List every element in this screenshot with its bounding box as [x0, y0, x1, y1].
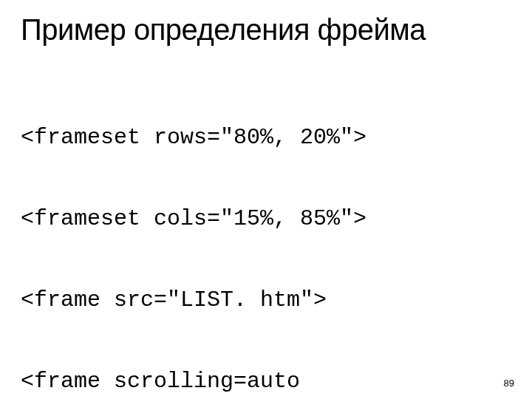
slide: Пример определения фрейма <frameset rows… [0, 0, 532, 399]
code-example: <frameset rows="80%, 20%"> <frameset col… [21, 70, 511, 399]
slide-title: Пример определения фрейма [21, 13, 511, 47]
code-line: <frameset rows="80%, 20%"> [21, 124, 511, 151]
page-number: 89 [504, 378, 514, 389]
code-line: <frameset cols="15%, 85%"> [21, 205, 511, 233]
code-line: <frame scrolling=auto [21, 368, 511, 395]
code-line: <frame src="LIST. htm"> [21, 287, 511, 314]
